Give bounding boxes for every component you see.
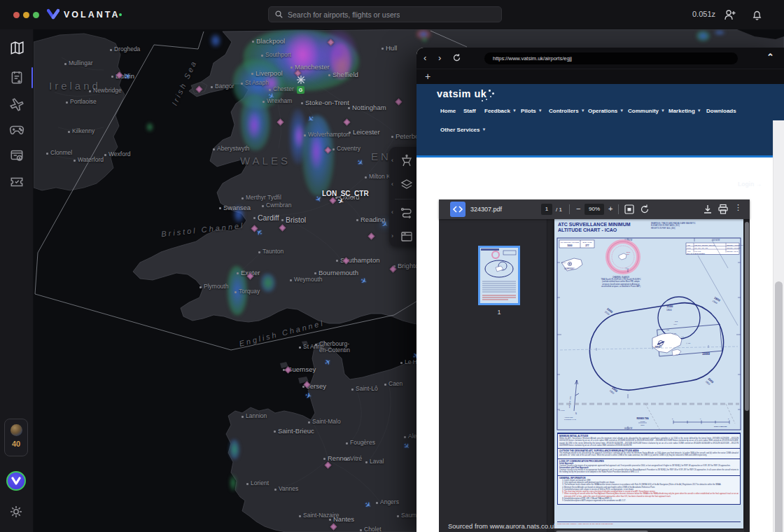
login-link[interactable]: Login → bbox=[738, 181, 762, 188]
window-minimize-button[interactable] bbox=[23, 12, 29, 18]
url-address-field[interactable]: https://www.vatsim.uk/airports/egjj bbox=[484, 52, 738, 64]
city-dot bbox=[365, 461, 368, 463]
city-dot bbox=[299, 515, 301, 517]
pdf-vertical-scrollbar[interactable] bbox=[744, 219, 750, 532]
city-dot bbox=[397, 515, 399, 517]
map-city-label: Nottingham bbox=[352, 104, 386, 111]
route-icon[interactable] bbox=[400, 206, 414, 220]
notifications-bell-icon[interactable] bbox=[751, 8, 763, 21]
nav-item-feedback[interactable]: Feedback▼ bbox=[484, 108, 517, 114]
city-dot bbox=[261, 55, 263, 57]
nav-item-home[interactable]: Home bbox=[440, 108, 456, 114]
volanta-app: IrelandDroghedaMullingarDublinNewbridgeP… bbox=[0, 0, 784, 532]
sidebar-item-flights[interactable] bbox=[9, 97, 24, 112]
map-city-label: Torquay bbox=[239, 288, 260, 295]
sidebar-item-simulator[interactable] bbox=[9, 122, 24, 137]
city-dot bbox=[348, 107, 350, 109]
city-dot bbox=[241, 83, 243, 85]
friends-icon[interactable] bbox=[723, 8, 737, 21]
collapse-window-button[interactable]: ⌃ bbox=[766, 52, 774, 62]
browser-forward-button[interactable]: › bbox=[438, 53, 441, 62]
sidebar-item-flight-plan[interactable] bbox=[9, 70, 24, 85]
sidebar-item-events[interactable] bbox=[9, 174, 24, 189]
nav-item-staff[interactable]: Staff bbox=[463, 108, 476, 114]
title-bar: VOLANTA Search for airports, flights or … bbox=[0, 0, 784, 29]
fit-to-page-icon[interactable] bbox=[624, 204, 635, 215]
map-city-label: Cholet bbox=[364, 526, 382, 532]
new-tab-button[interactable]: + bbox=[425, 71, 430, 81]
map-city-label: Waterford bbox=[78, 157, 104, 163]
map-city-label: Fougères bbox=[350, 440, 375, 446]
pdf-page-thumbnail[interactable] bbox=[478, 246, 520, 305]
map-city-label: Wolverhampton bbox=[308, 132, 349, 138]
search-input[interactable]: Search for airports, flights or users bbox=[268, 6, 502, 22]
nav-item-other-services[interactable]: Other Services▼ bbox=[440, 127, 486, 133]
map-city-label: Wexford bbox=[108, 151, 131, 158]
chevron-left-icon: ‹ bbox=[391, 157, 393, 164]
vatsim-uk-logo[interactable]: vatsim uk bbox=[437, 88, 486, 99]
nav-item-community[interactable]: Community▼ bbox=[628, 108, 665, 114]
print-icon[interactable] bbox=[718, 204, 729, 215]
divider bbox=[569, 204, 570, 214]
svg-text:See AD 2.18 for details.: See AD 2.18 for details. bbox=[687, 253, 706, 255]
city-dot bbox=[262, 205, 264, 207]
window-zoom-button[interactable] bbox=[33, 12, 39, 18]
browser-back-button[interactable]: ‹ bbox=[424, 53, 426, 62]
city-dot bbox=[200, 286, 202, 288]
scrollbar-thumb[interactable] bbox=[745, 222, 749, 411]
ground-station-badge[interactable]: G bbox=[297, 86, 304, 94]
beacon-icon[interactable] bbox=[400, 154, 414, 168]
volanta-profile-button[interactable] bbox=[6, 471, 26, 491]
window-close-button[interactable] bbox=[13, 12, 20, 18]
layers-icon[interactable] bbox=[400, 178, 414, 192]
svg-text:APP: APP bbox=[687, 244, 690, 246]
svg-text:2500: 2500 bbox=[640, 424, 645, 426]
map-city-label: Saint-Brieuc bbox=[278, 428, 314, 435]
sidebar-item-logbook[interactable] bbox=[9, 148, 24, 163]
city-dot bbox=[315, 344, 317, 346]
xp-level-badge[interactable]: 40 bbox=[4, 419, 28, 456]
nav-item-controllers[interactable]: Controllers▼ bbox=[549, 108, 585, 114]
city-dot bbox=[241, 197, 244, 200]
browser-refresh-button[interactable] bbox=[452, 53, 461, 62]
map-city-label: Cwmbran bbox=[266, 202, 291, 209]
pdf-thumbnail-panel: 1 bbox=[439, 219, 547, 532]
more-options-kebab-icon[interactable]: ⋮ bbox=[734, 203, 742, 212]
rotate-icon[interactable] bbox=[639, 204, 650, 215]
chevron-down-icon: ▼ bbox=[581, 108, 585, 113]
airport-star-marker[interactable] bbox=[297, 76, 305, 84]
search-icon bbox=[275, 10, 283, 18]
controller-sector-label[interactable]: LON_SC_CTR bbox=[322, 190, 369, 197]
city-dot bbox=[237, 272, 239, 274]
city-dot bbox=[104, 154, 106, 156]
city-dot bbox=[299, 346, 301, 349]
city-dot bbox=[219, 207, 221, 209]
zoom-out-button[interactable]: − bbox=[576, 205, 580, 213]
nav-item-operations[interactable]: Operations▼ bbox=[588, 108, 624, 114]
map-city-label: Cherbourg- en-Cotentin bbox=[319, 341, 350, 354]
xp-value: 40 bbox=[5, 440, 27, 448]
scrollbar-thumb[interactable] bbox=[775, 281, 783, 532]
logo-dot bbox=[482, 100, 483, 102]
nav-item-marketing[interactable]: Marketing▼ bbox=[668, 108, 701, 114]
city-dot bbox=[274, 430, 276, 433]
page-scrollbar[interactable] bbox=[773, 120, 784, 532]
download-icon[interactable] bbox=[702, 204, 713, 215]
zoom-in-button[interactable]: + bbox=[608, 205, 612, 213]
svg-text:1800: 1800 bbox=[666, 309, 672, 312]
pdf-page-input[interactable]: 1 bbox=[541, 204, 552, 215]
window-icon[interactable] bbox=[400, 230, 414, 244]
nav-item-downloads[interactable]: Downloads bbox=[706, 108, 736, 114]
pdf-horizontal-scrollbar[interactable] bbox=[554, 529, 744, 532]
city-dot bbox=[111, 76, 113, 78]
map-city-label: Bangor bbox=[215, 83, 234, 90]
pdf-zoom-level[interactable]: 90% bbox=[584, 204, 604, 215]
pdf-sidebar-toggle-button[interactable] bbox=[450, 202, 465, 217]
settings-gear-icon[interactable] bbox=[8, 503, 24, 520]
map-city-label: Lannion bbox=[246, 413, 267, 419]
map-city-label: Weymouth bbox=[294, 276, 322, 283]
nav-item-pilots[interactable]: Pilots▼ bbox=[521, 108, 542, 114]
chart-text-sections: MINIMUM INITIAL ALTITUDEWithin the ATC S… bbox=[557, 433, 741, 505]
map-city-label: Coventry bbox=[337, 146, 360, 152]
sidebar-item-map[interactable] bbox=[9, 41, 24, 56]
